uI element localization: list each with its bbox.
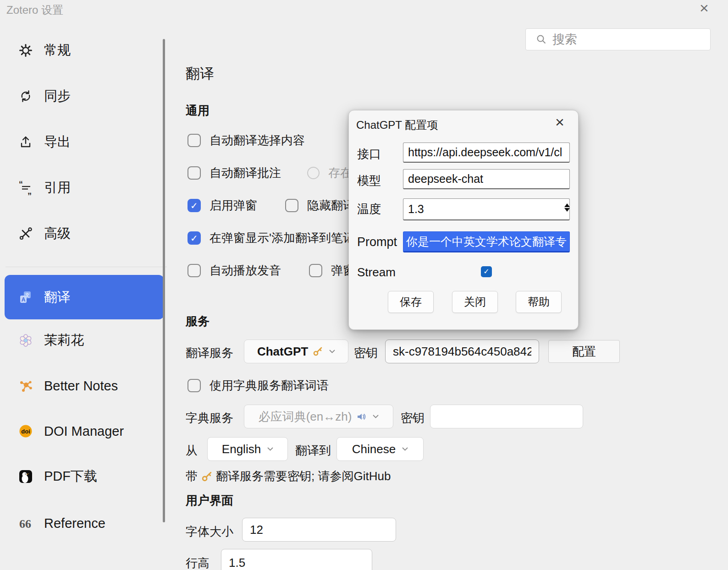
api-endpoint-input[interactable] <box>403 142 570 163</box>
temperature-input[interactable] <box>403 198 570 220</box>
key-tip-line: 带 翻译服务需要密钥; 请参阅GitHub <box>186 468 391 484</box>
secret-label: 密钥 <box>354 345 378 361</box>
radio-exist-note[interactable] <box>307 167 320 179</box>
sidebar-item-general[interactable]: 常规 <box>5 36 164 65</box>
sidebar-label: DOI Manager <box>44 424 124 439</box>
sidebar-item-translate[interactable]: 文 A 翻译 <box>5 275 164 319</box>
checkbox-label: 自动翻译选择内容 <box>210 132 305 148</box>
checkbox-hide-popup[interactable] <box>285 199 298 212</box>
window-close-icon[interactable]: × <box>700 0 709 17</box>
sidebar-item-advanced[interactable]: 高级 <box>5 219 164 248</box>
sidebar-item-doi-manager[interactable]: doi DOI Manager <box>5 417 164 446</box>
checkbox-row-auto-translate-annotation: 自动翻译批注 存在笔 <box>188 165 364 181</box>
dialog-close-icon[interactable]: × <box>555 113 564 131</box>
sidebar-item-pdf-download[interactable]: PDF下载 <box>5 462 164 491</box>
model-input[interactable] <box>403 169 570 189</box>
checkbox-use-dict-service[interactable] <box>188 379 201 392</box>
sidebar-item-better-notes[interactable]: Better Notes <box>5 371 164 400</box>
prompt-input[interactable]: 你是一个中英文学术论文翻译专 <box>403 231 570 252</box>
to-language-dropdown[interactable]: Chinese <box>336 437 424 461</box>
check-icon: ✓ <box>190 201 198 210</box>
checkbox-auto-play-audio[interactable] <box>188 264 201 277</box>
checkbox-row-auto-play: 自动播放发音 弹窗中 <box>188 263 367 279</box>
sidebar-item-reference[interactable]: 66 Reference <box>5 509 164 538</box>
checkbox-enable-popup[interactable]: ✓ <box>188 199 201 212</box>
prompt-selected-text: 你是一个中英文学术论文翻译专 <box>406 234 567 249</box>
sidebar-item-sync[interactable]: 同步 <box>5 82 164 111</box>
checkbox-auto-translate-annotation[interactable] <box>188 166 201 180</box>
api-key-input[interactable] <box>385 340 539 363</box>
sidebar-scrollbar[interactable] <box>163 39 165 522</box>
chevron-down-icon <box>402 447 408 451</box>
section-ui-heading: 用户界面 <box>186 493 233 509</box>
help-button[interactable]: 帮助 <box>516 291 562 313</box>
translate-icon: 文 A <box>18 290 33 305</box>
chatgpt-config-dialog: ChatGPT 配置项 × 接口 模型 温度 Prompt 你是一个中英文学术论… <box>348 110 579 330</box>
sidebar-label: 同步 <box>44 87 71 105</box>
font-size-input[interactable] <box>242 518 396 542</box>
dropdown-value: 必应词典(en↔zh) <box>259 409 352 425</box>
from-label: 从 <box>186 443 198 459</box>
sidebar-item-jasminum[interactable]: 茉莉花 <box>5 326 164 355</box>
search-box <box>525 28 711 50</box>
penguin-icon <box>18 469 33 484</box>
svg-text:66: 66 <box>19 517 31 531</box>
temperature-spinner[interactable] <box>564 203 570 212</box>
search-input[interactable] <box>552 32 700 47</box>
sidebar-label: PDF下载 <box>44 467 97 486</box>
stream-checkbox[interactable]: ✓ <box>481 266 492 277</box>
chevron-down-icon <box>329 350 335 353</box>
speaker-icon <box>356 412 366 421</box>
svg-text:doi: doi <box>21 428 30 435</box>
sidebar-label: 茉莉花 <box>44 331 84 350</box>
font-size-label: 字体大小 <box>186 524 233 540</box>
sync-icon <box>18 89 33 104</box>
sidebar-label: Reference <box>44 516 105 531</box>
save-button[interactable]: 保存 <box>388 291 434 313</box>
dialog-title: ChatGPT 配置项 <box>356 118 438 132</box>
checkbox-row-enable-popup: ✓ 启用弹窗 隐藏翻译弹 <box>188 197 367 214</box>
doi-icon: doi <box>18 424 33 438</box>
section-general-heading: 通用 <box>186 103 210 119</box>
temperature-label: 温度 <box>357 201 381 217</box>
dict-key-input[interactable] <box>430 405 583 428</box>
tip-prefix: 带 <box>186 468 198 484</box>
prompt-label: Prompt <box>357 235 397 249</box>
checkbox-auto-translate-selection[interactable] <box>188 134 201 147</box>
check-icon: ✓ <box>483 268 489 275</box>
checkbox-label: 使用字典服务翻译词语 <box>210 378 329 394</box>
molecule-icon <box>18 378 33 393</box>
checkbox-popup-partial[interactable] <box>309 264 322 277</box>
dropdown-value: Chinese <box>352 442 396 456</box>
svg-text:A: A <box>22 296 26 302</box>
config-button[interactable]: 配置 <box>548 340 620 363</box>
line-height-input[interactable] <box>221 549 372 570</box>
dict-secret-label: 密钥 <box>401 410 425 426</box>
sidebar-label: 高级 <box>44 225 71 243</box>
checkbox-row-auto-translate-selection: 自动翻译选择内容 <box>188 132 305 148</box>
translate-service-label: 翻译服务 <box>186 345 233 361</box>
translate-service-dropdown[interactable]: ChatGPT <box>244 340 348 363</box>
key-icon <box>313 347 323 356</box>
sidebar-item-export[interactable]: 导出 <box>5 127 164 157</box>
line-height-label: 行高 <box>186 555 210 570</box>
sidebar-label: 翻译 <box>44 288 71 307</box>
api-label: 接口 <box>357 146 381 162</box>
key-icon <box>201 471 212 482</box>
from-language-dropdown[interactable]: English <box>207 437 288 461</box>
stream-label: Stream <box>357 265 396 280</box>
gear-icon <box>18 43 33 58</box>
dict-service-dropdown[interactable]: 必应词典(en↔zh) <box>244 405 393 428</box>
checkbox-row-use-dict: 使用字典服务翻译词语 <box>188 378 329 394</box>
close-button[interactable]: 关闭 <box>452 291 498 313</box>
dropdown-value: ChatGPT <box>257 345 308 359</box>
sidebar-item-cite[interactable]: “ „ 引用 <box>5 173 164 203</box>
checkbox-row-show-add-note: ✓ 在弹窗显示'添加翻译到笔记 <box>188 230 355 246</box>
window-title: Zotero 设置 <box>6 3 63 17</box>
flower-icon <box>18 333 33 348</box>
sidebar-label: Better Notes <box>44 378 118 394</box>
checkbox-label: 启用弹窗 <box>210 197 257 214</box>
chevron-down-icon <box>267 447 273 451</box>
export-icon <box>18 135 33 149</box>
checkbox-show-add-note[interactable]: ✓ <box>188 231 201 245</box>
